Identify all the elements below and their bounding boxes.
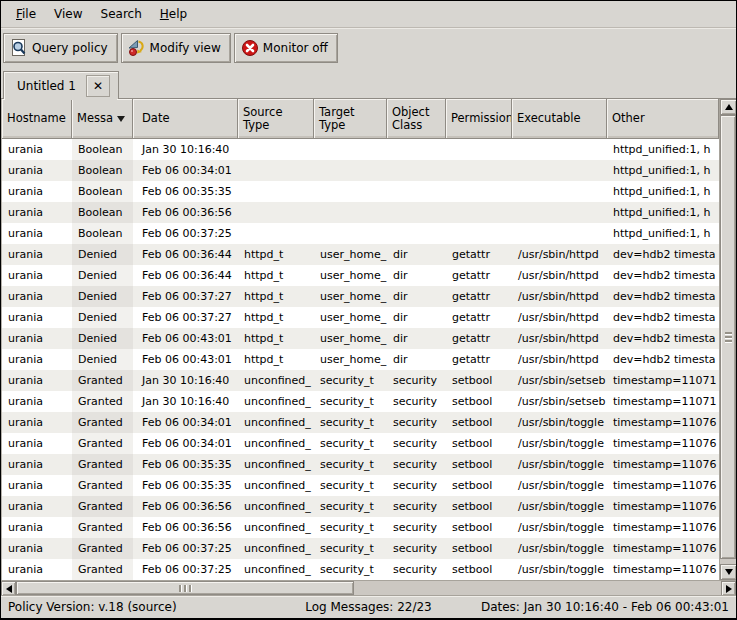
table-cell: httpd_unified:1, h [607,160,719,181]
table-cell: unconfined_ [238,391,314,412]
table-cell: httpd_unified:1, h [607,202,719,223]
modify-view-icon [128,39,146,57]
column-header-other[interactable]: Other [607,99,719,139]
table-cell: httpd_unified:1, h [607,139,719,160]
table-row[interactable]: uraniaBooleanJan 30 10:16:40httpd_unifie… [2,139,719,160]
column-header-object-class[interactable]: Object Class [387,99,446,139]
table-cell: user_home_ [314,286,387,307]
menu-help[interactable]: Help [151,3,196,25]
column-header-executable[interactable]: Executable [512,99,607,139]
table-cell: /usr/sbin/toggle [512,538,607,559]
table-cell: timestamp=11076 [607,559,719,580]
column-header-permission[interactable]: Permission [446,99,512,139]
query-policy-icon [10,39,28,57]
table-cell: urania [2,496,72,517]
scroll-right-button[interactable] [721,581,736,596]
table-cell: timestamp=11071 [607,391,719,412]
tab-untitled-1[interactable]: Untitled 1 ✕ [3,71,119,99]
column-header-label: Executable [517,112,581,125]
table-row[interactable]: uraniaGrantedFeb 06 00:37:25unconfined_s… [2,559,719,580]
table-row[interactable]: uraniaDeniedFeb 06 00:43:01httpd_tuser_h… [2,349,719,370]
table-cell: Granted [72,370,133,391]
table-row[interactable]: uraniaGrantedJan 30 10:16:40unconfined_s… [2,391,719,412]
table-row[interactable]: uraniaGrantedFeb 06 00:34:01unconfined_s… [2,412,719,433]
column-header-messa[interactable]: Messa [72,99,133,139]
table-cell [238,160,314,181]
table-cell [446,223,512,244]
table-cell: security [387,391,446,412]
table-cell: getattr [446,286,512,307]
vertical-scrollbar[interactable] [719,99,736,580]
table-cell: dir [387,307,446,328]
table-cell: Denied [72,244,133,265]
table-cell: setbool [446,559,512,580]
vertical-scroll-track[interactable] [720,115,736,564]
table-row[interactable]: uraniaBooleanFeb 06 00:35:35httpd_unifie… [2,181,719,202]
tab-close-button[interactable]: ✕ [86,75,110,97]
table-row[interactable]: uraniaGrantedFeb 06 00:37:25unconfined_s… [2,538,719,559]
column-header-date[interactable]: Date [133,99,238,139]
monitor-off-button[interactable]: Monitor off [234,33,338,63]
table-row[interactable]: uraniaBooleanFeb 06 00:34:01httpd_unifie… [2,160,719,181]
table-cell: dir [387,265,446,286]
query-policy-button[interactable]: Query policy [3,33,118,63]
thumb-grip-icon [725,340,732,342]
table-cell: Boolean [72,202,133,223]
table-row[interactable]: uraniaGrantedFeb 06 00:35:35unconfined_s… [2,475,719,496]
column-header-target-type[interactable]: Target Type [314,99,387,139]
toolbar: Query policy Modify view Mo [1,28,736,67]
horizontal-scrollbar[interactable] [1,580,736,595]
table-cell: security [387,559,446,580]
table-row[interactable]: uraniaGrantedFeb 06 00:36:56unconfined_s… [2,517,719,538]
column-header-source-type[interactable]: Source Type [238,99,314,139]
table-cell: unconfined_ [238,412,314,433]
vertical-scroll-thumb[interactable] [720,115,736,559]
modify-view-button[interactable]: Modify view [121,33,231,63]
table-cell: Granted [72,538,133,559]
horizontal-scroll-track[interactable] [16,581,721,595]
table-cell: /usr/sbin/toggle [512,433,607,454]
table-cell: user_home_ [314,307,387,328]
table-body: uraniaBooleanJan 30 10:16:40httpd_unifie… [2,139,719,580]
table-row[interactable]: uraniaGrantedJan 30 10:16:40unconfined_s… [2,370,719,391]
table-cell: urania [2,307,72,328]
column-header-label: Target Type [319,106,381,132]
table-row[interactable]: uraniaDeniedFeb 06 00:36:44httpd_tuser_h… [2,244,719,265]
table-cell: security [387,370,446,391]
table-cell [314,223,387,244]
table-cell: unconfined_ [238,370,314,391]
table-cell [314,202,387,223]
table-row[interactable]: uraniaGrantedFeb 06 00:36:56unconfined_s… [2,496,719,517]
table-cell: security [387,517,446,538]
horizontal-scroll-thumb[interactable] [16,581,354,595]
table-row[interactable]: uraniaGrantedFeb 06 00:34:01unconfined_s… [2,433,719,454]
scroll-up-button[interactable] [720,99,737,115]
table-cell: /usr/sbin/toggle [512,559,607,580]
table-cell: Feb 06 00:43:01 [133,328,238,349]
scroll-left-button[interactable] [1,581,16,596]
table-row[interactable]: uraniaDeniedFeb 06 00:36:44httpd_tuser_h… [2,265,719,286]
table-row[interactable]: uraniaGrantedFeb 06 00:35:35unconfined_s… [2,454,719,475]
table-cell: urania [2,328,72,349]
table-row[interactable]: uraniaBooleanFeb 06 00:37:25httpd_unifie… [2,223,719,244]
table-cell: urania [2,391,72,412]
scroll-down-button[interactable] [720,564,737,580]
table-cell: security [387,412,446,433]
menu-search[interactable]: Search [92,3,151,25]
table-cell: Feb 06 00:37:25 [133,538,238,559]
table-row[interactable]: uraniaDeniedFeb 06 00:37:27httpd_tuser_h… [2,286,719,307]
table-cell: urania [2,412,72,433]
column-header-hostname[interactable]: Hostname [2,99,72,139]
table-cell: security [387,475,446,496]
table-cell: Feb 06 00:36:56 [133,496,238,517]
menu-file[interactable]: File [7,3,45,25]
table-row[interactable]: uraniaDeniedFeb 06 00:43:01httpd_tuser_h… [2,328,719,349]
table-row[interactable]: uraniaDeniedFeb 06 00:37:27httpd_tuser_h… [2,307,719,328]
table-cell: Feb 06 00:35:35 [133,181,238,202]
table-cell: /usr/sbin/httpd [512,307,607,328]
monitor-off-label: Monitor off [263,41,328,55]
table-row[interactable]: uraniaBooleanFeb 06 00:36:56httpd_unifie… [2,202,719,223]
table-cell: security_t [314,538,387,559]
menu-view[interactable]: View [45,3,91,25]
table-cell: security [387,496,446,517]
